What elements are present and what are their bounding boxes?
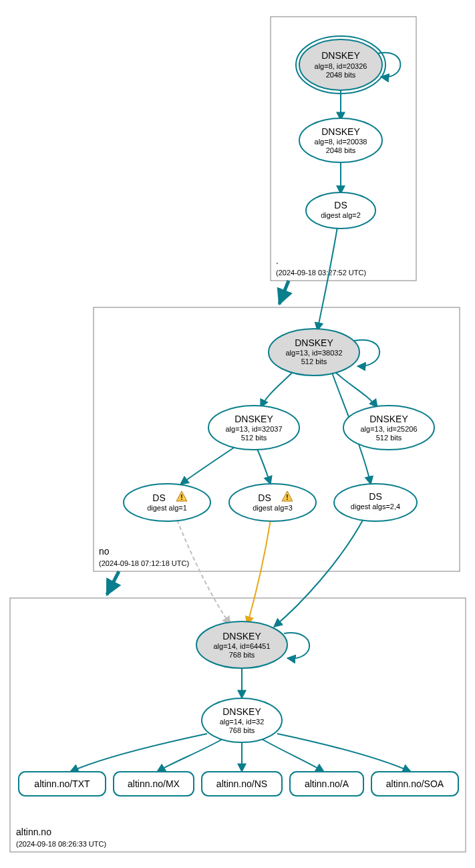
edge-zsk-soa xyxy=(277,734,411,772)
zone-ts-root: (2024-09-18 03:27:52 UTC) xyxy=(276,269,366,277)
rrset-mx: altinn.no/MX xyxy=(114,772,194,796)
dnssec-chain-diagram: . (2024-09-18 03:27:52 UTC) no (2024-09-… xyxy=(0,0,475,868)
root-ds-digest: digest alg=2 xyxy=(321,211,361,219)
zone-label-altinn: altinn.no xyxy=(16,827,51,837)
no-zsk2-title: DNSKEY xyxy=(369,414,408,424)
edge-no-zsk1-ds1 xyxy=(180,448,234,484)
root-ds-title: DS xyxy=(334,200,347,210)
rrset-soa: altinn.no/SOA xyxy=(371,772,458,796)
svg-text:altinn.no/NS: altinn.no/NS xyxy=(216,778,267,789)
svg-point-7 xyxy=(124,484,210,521)
edge-zone-root-to-no xyxy=(279,281,289,304)
edge-zone-no-to-altinn xyxy=(107,571,119,595)
edge-zsk-mx xyxy=(157,738,224,772)
rrset-ns: altinn.no/NS xyxy=(202,772,282,796)
node-altinn-ksk: DNSKEY alg=14, id=64451 768 bits xyxy=(196,621,287,668)
zone-label-root: . xyxy=(276,255,279,266)
no-zsk2-bits: 512 bits xyxy=(376,434,402,442)
root-ksk-alg: alg=8, id=20326 xyxy=(315,62,367,70)
root-ksk-bits: 2048 bits xyxy=(326,71,356,79)
node-root-zsk: DNSKEY alg=8, id=20038 2048 bits xyxy=(299,118,382,162)
svg-text:altinn.no/SOA: altinn.no/SOA xyxy=(386,778,444,789)
svg-text:altinn.no/TXT: altinn.no/TXT xyxy=(34,778,90,789)
zone-label-no: no xyxy=(99,546,110,557)
node-altinn-zsk: DNSKEY alg=14, id=32 768 bits xyxy=(202,698,282,742)
no-ds1-digest: digest alg=1 xyxy=(147,504,187,512)
svg-text:altinn.no/A: altinn.no/A xyxy=(305,778,349,789)
node-no-ds2: DS digest alg=3 ! xyxy=(229,484,316,521)
root-zsk-alg: alg=8, id=20038 xyxy=(315,138,367,146)
root-zsk-bits: 2048 bits xyxy=(326,146,356,154)
root-ksk-title: DNSKEY xyxy=(321,50,360,61)
zone-ts-altinn: (2024-09-18 08:26:33 UTC) xyxy=(16,840,106,848)
edge-root-ds-no-ksk xyxy=(317,227,337,331)
svg-text:altinn.no/MX: altinn.no/MX xyxy=(128,778,180,789)
node-no-zsk1: DNSKEY alg=13, id=32037 512 bits xyxy=(208,406,299,450)
altinn-ksk-title: DNSKEY xyxy=(222,631,261,641)
no-ds3-title: DS xyxy=(369,491,381,502)
zone-ts-no: (2024-09-18 07:12:18 UTC) xyxy=(99,559,189,567)
svg-point-9 xyxy=(229,484,316,521)
no-ds1-title: DS xyxy=(152,492,165,503)
no-zsk1-alg: alg=13, id=32037 xyxy=(225,425,282,433)
edge-zsk-a xyxy=(261,738,324,772)
node-no-zsk2: DNSKEY alg=13, id=25206 512 bits xyxy=(343,406,434,450)
svg-point-3 xyxy=(306,192,375,229)
edge-ds3-altinn-ksk xyxy=(274,518,364,627)
no-ds2-digest: digest alg=3 xyxy=(253,504,293,512)
edge-no-ksk-zsk2 xyxy=(334,371,377,408)
root-zsk-title: DNSKEY xyxy=(321,126,360,137)
rrset-txt: altinn.no/TXT xyxy=(19,772,106,796)
svg-text:!: ! xyxy=(286,494,288,501)
rrset-a: altinn.no/A xyxy=(290,772,363,796)
edge-no-zsk1-ds2 xyxy=(257,449,271,484)
no-ksk-alg: alg=13, id=38032 xyxy=(285,349,342,357)
node-no-ds1: DS digest alg=1 ! xyxy=(124,484,210,521)
no-ksk-bits: 512 bits xyxy=(301,357,327,366)
altinn-zsk-alg: alg=14, id=32 xyxy=(220,718,265,726)
node-root-ds: DS digest alg=2 xyxy=(306,192,375,229)
edge-no-ksk-zsk1 xyxy=(261,371,294,408)
node-no-ds3: DS digest algs=2,4 xyxy=(334,484,417,521)
node-root-ksk: DNSKEY alg=8, id=20326 2048 bits xyxy=(296,36,385,94)
no-zsk1-title: DNSKEY xyxy=(234,414,273,424)
node-no-ksk: DNSKEY alg=13, id=38032 512 bits xyxy=(269,329,359,376)
edge-zsk-txt xyxy=(70,734,207,772)
no-ds3-digest: digest algs=2,4 xyxy=(351,502,400,511)
altinn-ksk-bits: 768 bits xyxy=(229,651,255,659)
no-zsk2-alg: alg=13, id=25206 xyxy=(360,425,417,433)
altinn-ksk-alg: alg=14, id=64451 xyxy=(213,642,270,650)
altinn-zsk-title: DNSKEY xyxy=(222,706,261,717)
no-ds2-title: DS xyxy=(258,492,271,503)
edge-ds2-altinn-ksk xyxy=(247,520,271,625)
no-ksk-title: DNSKEY xyxy=(295,337,333,348)
svg-text:!: ! xyxy=(180,494,182,501)
edge-ds1-altinn-ksk xyxy=(177,520,230,625)
no-zsk1-bits: 512 bits xyxy=(241,434,267,442)
altinn-zsk-bits: 768 bits xyxy=(229,726,255,734)
